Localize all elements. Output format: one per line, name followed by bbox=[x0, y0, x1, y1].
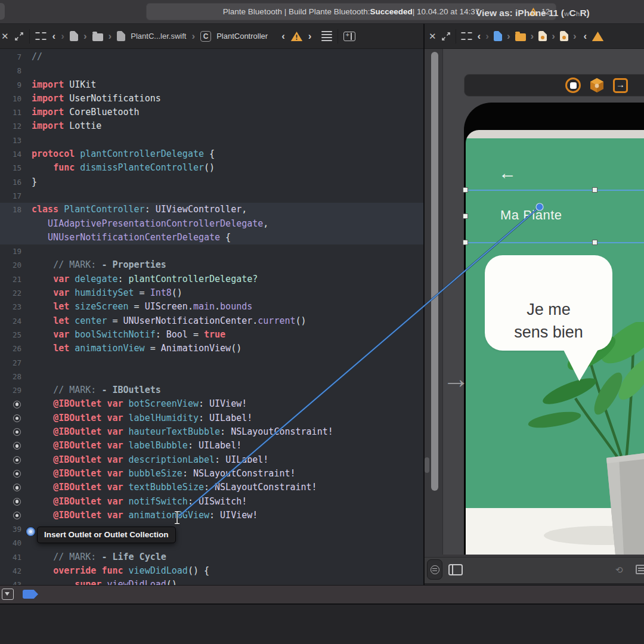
code-line[interactable]: 23 let sizeScreen = UIScreen.main.bounds bbox=[0, 300, 423, 314]
code-line[interactable]: @IBOutlet var descriptionLabel: UILabel! bbox=[0, 453, 423, 467]
editor-options-icon[interactable] bbox=[35, 30, 47, 42]
code-line[interactable]: 10import UserNotifications bbox=[0, 92, 423, 106]
hide-debug-area-icon[interactable] bbox=[2, 589, 14, 600]
selection-handle[interactable] bbox=[463, 213, 468, 219]
outlet-well-icon[interactable] bbox=[0, 439, 21, 453]
toolbar-button-partial[interactable] bbox=[0, 3, 5, 20]
outlet-well-icon[interactable] bbox=[0, 411, 21, 425]
outlet-well-icon[interactable] bbox=[0, 509, 21, 522]
code-line[interactable]: 16} bbox=[0, 175, 423, 189]
swift-file-icon[interactable] bbox=[117, 31, 125, 41]
code-line[interactable]: 19 bbox=[0, 244, 423, 258]
code-line[interactable]: 42 override func viewDidLoad() { bbox=[0, 564, 423, 578]
code-line[interactable]: 18class PlantController: UIViewControlle… bbox=[0, 203, 423, 216]
code-line[interactable]: 21 var delegate: plantControllerDelegate… bbox=[0, 273, 423, 286]
outlet-well-icon[interactable] bbox=[0, 495, 21, 509]
code-line[interactable]: 26 let animationView = AnimationView() bbox=[0, 342, 423, 355]
scrollbar-thumb[interactable] bbox=[431, 52, 438, 491]
filter-button[interactable] bbox=[427, 559, 442, 580]
issue-warning-icon[interactable] bbox=[290, 31, 303, 42]
orientation-icon[interactable]: ⟲ bbox=[615, 565, 627, 575]
enter-fullscreen-icon[interactable] bbox=[441, 32, 451, 41]
code-line[interactable]: @IBOutlet var bubbleSize: NSLayoutConstr… bbox=[0, 467, 423, 481]
code-line[interactable]: 11import CoreBluetooth bbox=[0, 106, 423, 119]
selection-handle[interactable] bbox=[592, 240, 597, 245]
code-line[interactable]: 8 bbox=[0, 64, 423, 78]
issue-warning-icon[interactable] bbox=[592, 31, 604, 42]
forward-nav-icon[interactable]: › bbox=[61, 30, 64, 42]
code-line[interactable]: 15 func dismissPlanteController() bbox=[0, 161, 423, 175]
insertion-outlet-well-icon[interactable] bbox=[26, 527, 35, 536]
group-folder-icon[interactable] bbox=[92, 33, 103, 41]
code-line[interactable]: @IBOutlet var animationBGView: UIView! bbox=[0, 509, 423, 522]
code-line[interactable]: UNUserNotificationCenterDelegate { bbox=[0, 231, 423, 244]
code-line[interactable]: @IBOutlet var hauteurTextBubble: NSLayou… bbox=[0, 425, 423, 439]
outlet-well-icon[interactable] bbox=[0, 453, 21, 467]
code-line[interactable]: @IBOutlet var textBubbleSize: NSLayoutCo… bbox=[0, 481, 423, 494]
first-responder-icon[interactable] bbox=[589, 77, 605, 94]
code-line[interactable]: @IBOutlet var labelHumidity: UILabel! bbox=[0, 411, 423, 425]
scene-file-icon[interactable] bbox=[560, 31, 568, 41]
entry-point-arrow-icon[interactable]: → bbox=[442, 365, 470, 392]
class-badge-icon[interactable]: C bbox=[200, 31, 211, 42]
selection-bottom-edge[interactable] bbox=[465, 242, 644, 243]
code-line[interactable]: 7// bbox=[0, 50, 423, 64]
back-button-icon[interactable]: ← bbox=[499, 164, 516, 182]
back-nav-icon[interactable]: ‹ bbox=[478, 30, 481, 42]
project-file-icon[interactable] bbox=[494, 31, 502, 41]
code-line[interactable]: 24 let center = UNUserNotificationCenter… bbox=[0, 314, 423, 328]
code-line[interactable]: 29 // MARK: - IBOutlets bbox=[0, 383, 423, 397]
breadcrumb-file[interactable]: PlantC...ler.swift bbox=[131, 32, 186, 41]
code-line[interactable]: 17 bbox=[0, 189, 423, 203]
code-line[interactable]: 14protocol plantControllerDelegate { bbox=[0, 147, 423, 161]
prev-issue-icon[interactable]: ‹ bbox=[584, 30, 587, 42]
outlet-well-icon[interactable] bbox=[0, 467, 21, 481]
back-nav-icon[interactable]: ‹ bbox=[52, 30, 56, 42]
close-editor-icon[interactable]: ✕ bbox=[1, 31, 9, 42]
selection-top-edge[interactable] bbox=[465, 190, 644, 191]
editor-options-icon[interactable] bbox=[461, 30, 473, 42]
prev-issue-icon[interactable]: ‹ bbox=[281, 30, 285, 42]
device-list-icon[interactable] bbox=[636, 565, 644, 574]
code-line[interactable]: @IBOutlet var labelBubble: UILabel! bbox=[0, 439, 423, 453]
outline-toggle-icon[interactable] bbox=[448, 564, 463, 575]
add-editor-icon[interactable] bbox=[343, 32, 355, 41]
screen-title[interactable]: Ma Plante bbox=[500, 208, 562, 223]
code-line[interactable]: UIAdaptivePresentationControllerDelegate… bbox=[0, 217, 423, 231]
forward-nav-icon[interactable]: › bbox=[485, 30, 489, 42]
code-line[interactable]: 12import Lottie bbox=[0, 119, 423, 133]
view-controller-icon[interactable] bbox=[565, 78, 581, 93]
source-editor[interactable]: 7//89import UIKit10import UserNotificati… bbox=[0, 49, 423, 585]
project-file-icon[interactable] bbox=[70, 31, 78, 41]
code-line[interactable]: 13 bbox=[0, 134, 423, 147]
debug-console[interactable] bbox=[0, 603, 644, 644]
minimap-thumb[interactable] bbox=[425, 457, 429, 473]
outlet-well-icon[interactable] bbox=[0, 397, 21, 411]
storyboard-file-icon[interactable] bbox=[538, 31, 547, 41]
code-line[interactable]: 27 bbox=[0, 356, 423, 370]
next-issue-icon[interactable]: › bbox=[308, 30, 312, 42]
status-result: Succeeded bbox=[370, 7, 413, 16]
selection-handle[interactable] bbox=[463, 240, 468, 245]
code-line[interactable]: 43 super.viewDidLoad() bbox=[0, 578, 423, 585]
code-line[interactable]: 28 bbox=[0, 370, 423, 383]
adjust-editor-icon[interactable] bbox=[321, 31, 332, 41]
view-as-control[interactable]: View as: iPhone 11 (wC hR) bbox=[476, 0, 590, 26]
code-line[interactable]: 22 var humiditySet = Int8() bbox=[0, 286, 423, 300]
code-line[interactable]: @IBOutlet var botScreenView: UIView! bbox=[0, 397, 423, 411]
code-line[interactable]: 9import UIKit bbox=[0, 78, 423, 92]
exit-segue-icon[interactable] bbox=[613, 78, 628, 93]
selection-handle[interactable] bbox=[463, 187, 468, 193]
selection-handle[interactable] bbox=[592, 187, 597, 193]
code-line[interactable]: 25 var boolSwitchNotif: Bool = true bbox=[0, 328, 423, 342]
group-folder-icon[interactable] bbox=[515, 33, 526, 41]
outlet-well-icon[interactable] bbox=[0, 425, 21, 439]
breadcrumb-symbol[interactable]: PlantController bbox=[216, 32, 268, 41]
enter-fullscreen-icon[interactable] bbox=[14, 32, 24, 41]
close-editor-icon[interactable]: ✕ bbox=[429, 31, 436, 42]
code-line[interactable]: @IBOutlet var notifSwitch: UISwitch! bbox=[0, 495, 423, 509]
outlet-well-icon[interactable] bbox=[0, 481, 21, 494]
speech-bubble[interactable]: Je me sens bien bbox=[485, 255, 612, 351]
code-line[interactable]: 41 // MARK: - Life Cycle bbox=[0, 550, 423, 564]
code-line[interactable]: 20 // MARK: - Properties bbox=[0, 258, 423, 272]
